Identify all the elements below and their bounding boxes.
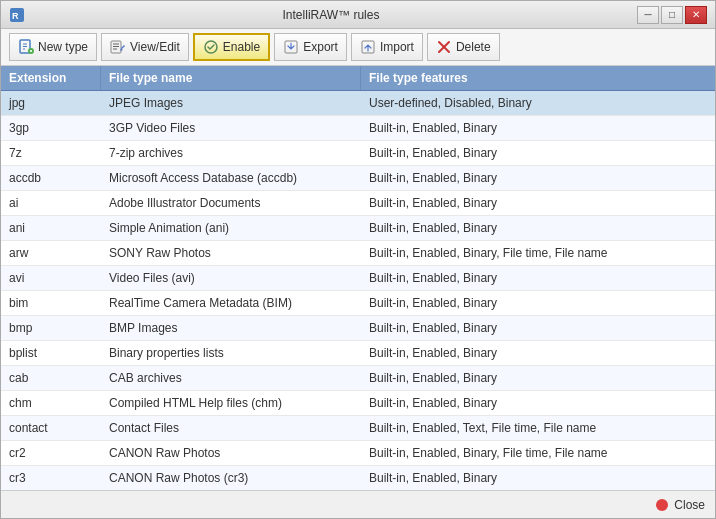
- toolbar: New type View/Edit: [1, 29, 715, 66]
- cell-file-type-name: 7-zip archives: [101, 141, 361, 165]
- table-row[interactable]: aiAdobe Illustrator DocumentsBuilt-in, E…: [1, 191, 715, 216]
- new-type-icon: [18, 39, 34, 55]
- import-button[interactable]: Import: [351, 33, 423, 61]
- cell-file-type-name: RealTime Camera Metadata (BIM): [101, 291, 361, 315]
- status-bar: Close: [1, 490, 715, 518]
- header-features: File type features: [361, 66, 715, 90]
- cell-file-type-name: CAB archives: [101, 366, 361, 390]
- cell-extension: ani: [1, 216, 101, 240]
- svg-text:R: R: [12, 11, 19, 21]
- cell-features: Built-in, Enabled, Binary: [361, 341, 715, 365]
- table-row[interactable]: cr2CANON Raw PhotosBuilt-in, Enabled, Bi…: [1, 441, 715, 466]
- cell-extension: cr2: [1, 441, 101, 465]
- table-row[interactable]: contactContact FilesBuilt-in, Enabled, T…: [1, 416, 715, 441]
- cell-extension: arw: [1, 241, 101, 265]
- cell-file-type-name: Compiled HTML Help files (chm): [101, 391, 361, 415]
- delete-label: Delete: [456, 40, 491, 54]
- cell-features: Built-in, Enabled, Binary: [361, 391, 715, 415]
- cell-extension: cab: [1, 366, 101, 390]
- cell-features: Built-in, Enabled, Text, File time, File…: [361, 416, 715, 440]
- table-header: Extension File type name File type featu…: [1, 66, 715, 91]
- table-row[interactable]: bmpBMP ImagesBuilt-in, Enabled, Binary: [1, 316, 715, 341]
- window-controls: ─ □ ✕: [637, 6, 707, 24]
- cell-features: Built-in, Enabled, Binary: [361, 166, 715, 190]
- cell-extension: bim: [1, 291, 101, 315]
- import-icon: [360, 39, 376, 55]
- cell-extension: 3gp: [1, 116, 101, 140]
- table-row[interactable]: accdbMicrosoft Access Database (accdb)Bu…: [1, 166, 715, 191]
- cell-extension: accdb: [1, 166, 101, 190]
- cell-features: Built-in, Enabled, Binary: [361, 216, 715, 240]
- close-dot-icon: [656, 499, 668, 511]
- app-icon: R: [9, 7, 25, 23]
- table-row[interactable]: bimRealTime Camera Metadata (BIM)Built-i…: [1, 291, 715, 316]
- enable-button[interactable]: Enable: [193, 33, 270, 61]
- cell-file-type-name: Binary properties lists: [101, 341, 361, 365]
- table-row[interactable]: cr3CANON Raw Photos (cr3)Built-in, Enabl…: [1, 466, 715, 490]
- export-icon: [283, 39, 299, 55]
- enable-icon: [203, 39, 219, 55]
- file-types-table: Extension File type name File type featu…: [1, 66, 715, 490]
- cell-extension: cr3: [1, 466, 101, 490]
- table-row[interactable]: chmCompiled HTML Help files (chm)Built-i…: [1, 391, 715, 416]
- new-type-label: New type: [38, 40, 88, 54]
- cell-extension: bplist: [1, 341, 101, 365]
- delete-button[interactable]: Delete: [427, 33, 500, 61]
- table-row[interactable]: aviVideo Files (avi)Built-in, Enabled, B…: [1, 266, 715, 291]
- cell-features: Built-in, Enabled, Binary: [361, 366, 715, 390]
- cell-file-type-name: Adobe Illustrator Documents: [101, 191, 361, 215]
- cell-extension: avi: [1, 266, 101, 290]
- window-title: IntelliRAW™ rules: [25, 8, 637, 22]
- restore-button[interactable]: □: [661, 6, 683, 24]
- table-body[interactable]: jpgJPEG ImagesUser-defined, Disabled, Bi…: [1, 91, 715, 490]
- export-label: Export: [303, 40, 338, 54]
- view-edit-label: View/Edit: [130, 40, 180, 54]
- title-bar: R IntelliRAW™ rules ─ □ ✕: [1, 1, 715, 29]
- cell-extension: chm: [1, 391, 101, 415]
- table-row[interactable]: bplistBinary properties listsBuilt-in, E…: [1, 341, 715, 366]
- cell-file-type-name: Contact Files: [101, 416, 361, 440]
- enable-label: Enable: [223, 40, 260, 54]
- cell-features: Built-in, Enabled, Binary: [361, 141, 715, 165]
- view-edit-icon: [110, 39, 126, 55]
- cell-file-type-name: CANON Raw Photos (cr3): [101, 466, 361, 490]
- main-window: R IntelliRAW™ rules ─ □ ✕: [0, 0, 716, 519]
- cell-features: User-defined, Disabled, Binary: [361, 91, 715, 115]
- cell-features: Built-in, Enabled, Binary: [361, 191, 715, 215]
- cell-features: Built-in, Enabled, Binary: [361, 291, 715, 315]
- cell-file-type-name: Microsoft Access Database (accdb): [101, 166, 361, 190]
- header-extension: Extension: [1, 66, 101, 90]
- cell-file-type-name: Video Files (avi): [101, 266, 361, 290]
- view-edit-button[interactable]: View/Edit: [101, 33, 189, 61]
- cell-file-type-name: Simple Animation (ani): [101, 216, 361, 240]
- cell-file-type-name: CANON Raw Photos: [101, 441, 361, 465]
- cell-features: Built-in, Enabled, Binary: [361, 266, 715, 290]
- cell-features: Built-in, Enabled, Binary, File time, Fi…: [361, 241, 715, 265]
- table-row[interactable]: 3gp3GP Video FilesBuilt-in, Enabled, Bin…: [1, 116, 715, 141]
- header-file-type-name: File type name: [101, 66, 361, 90]
- delete-icon: [436, 39, 452, 55]
- table-row[interactable]: arwSONY Raw PhotosBuilt-in, Enabled, Bin…: [1, 241, 715, 266]
- cell-features: Built-in, Enabled, Binary: [361, 116, 715, 140]
- table-row[interactable]: jpgJPEG ImagesUser-defined, Disabled, Bi…: [1, 91, 715, 116]
- table-row[interactable]: cabCAB archivesBuilt-in, Enabled, Binary: [1, 366, 715, 391]
- new-type-button[interactable]: New type: [9, 33, 97, 61]
- cell-file-type-name: SONY Raw Photos: [101, 241, 361, 265]
- cell-features: Built-in, Enabled, Binary, File time, Fi…: [361, 441, 715, 465]
- table-row[interactable]: 7z7-zip archivesBuilt-in, Enabled, Binar…: [1, 141, 715, 166]
- close-window-button[interactable]: ✕: [685, 6, 707, 24]
- import-label: Import: [380, 40, 414, 54]
- cell-features: Built-in, Enabled, Binary: [361, 466, 715, 490]
- minimize-button[interactable]: ─: [637, 6, 659, 24]
- export-button[interactable]: Export: [274, 33, 347, 61]
- close-button[interactable]: Close: [674, 498, 705, 512]
- cell-file-type-name: JPEG Images: [101, 91, 361, 115]
- cell-extension: jpg: [1, 91, 101, 115]
- table-row[interactable]: aniSimple Animation (ani)Built-in, Enabl…: [1, 216, 715, 241]
- cell-extension: bmp: [1, 316, 101, 340]
- cell-extension: contact: [1, 416, 101, 440]
- cell-file-type-name: BMP Images: [101, 316, 361, 340]
- cell-features: Built-in, Enabled, Binary: [361, 316, 715, 340]
- cell-file-type-name: 3GP Video Files: [101, 116, 361, 140]
- cell-extension: ai: [1, 191, 101, 215]
